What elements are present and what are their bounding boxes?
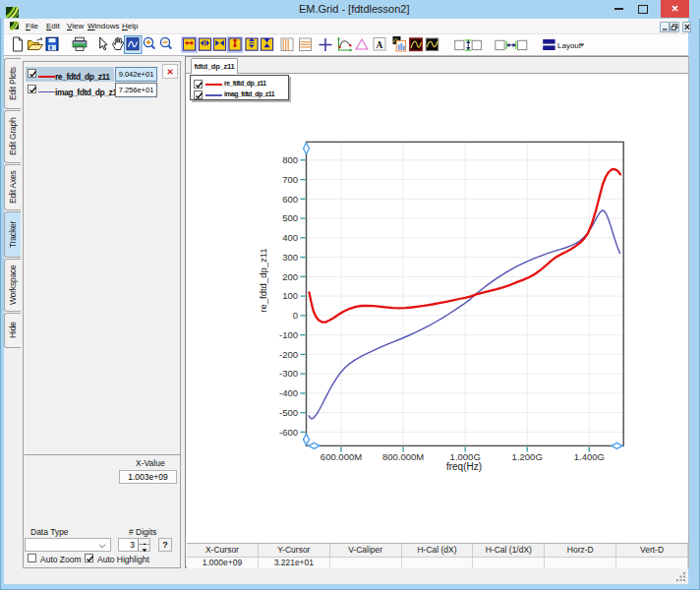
svg-text:-600: -600	[279, 427, 298, 438]
svg-text:300: 300	[282, 252, 298, 263]
svg-text:100: 100	[282, 290, 298, 301]
svg-text:400: 400	[282, 232, 298, 243]
svg-text:800.000M: 800.000M	[382, 451, 424, 462]
svg-text:600: 600	[282, 194, 298, 205]
svg-text:-500: -500	[279, 407, 298, 418]
svg-text:0: 0	[293, 310, 298, 321]
svg-text:freq(Hz): freq(Hz)	[446, 461, 482, 472]
svg-text:200: 200	[282, 271, 298, 282]
svg-text:re_fdtd_dp_z11: re_fdtd_dp_z11	[258, 248, 268, 312]
svg-text:1.400G: 1.400G	[574, 451, 605, 462]
svg-text:1.200G: 1.200G	[512, 451, 543, 462]
svg-text:700: 700	[282, 174, 298, 185]
svg-text:-300: -300	[279, 368, 298, 379]
svg-text:-200: -200	[279, 349, 298, 360]
svg-text:Layout: Layout	[557, 41, 582, 50]
svg-text:800: 800	[282, 154, 298, 165]
svg-text:-400: -400	[279, 387, 298, 398]
svg-text:600.000M: 600.000M	[321, 451, 362, 462]
svg-text:-100: -100	[279, 329, 298, 340]
svg-text:500: 500	[282, 212, 298, 223]
svg-text:A: A	[377, 40, 383, 50]
